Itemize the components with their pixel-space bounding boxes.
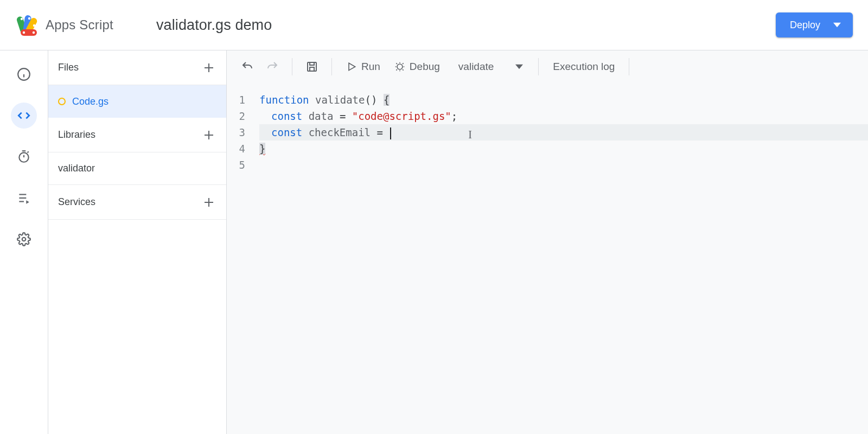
token-keyword: const [271,110,302,122]
file-item-code[interactable]: Code.gs [48,85,226,118]
sidebar: Files Code.gs Libraries validator Servic… [48,50,227,434]
debug-icon [394,61,405,72]
project-title[interactable]: validator.gs demo [156,17,272,34]
svg-point-4 [23,31,25,34]
gutter: 1 2 3 4 5 [227,92,259,434]
save-icon [305,60,318,73]
nav-settings-icon[interactable] [11,226,37,252]
token-brace: } [259,143,265,155]
code-line[interactable] [259,157,868,173]
nav-rail [0,50,48,434]
libraries-label: Libraries [58,129,95,141]
code-line[interactable]: function validate() { [259,92,868,108]
plus-icon [202,61,215,74]
product-name: Apps Script [46,17,113,33]
debug-button[interactable]: Debug [390,61,444,73]
library-name: validator [58,163,95,174]
token-keyword: function [259,94,309,106]
logo-area: Apps Script [15,13,156,37]
svg-rect-27 [310,67,314,71]
debug-label: Debug [410,61,440,73]
plus-icon [202,196,215,209]
header: Apps Script validator.gs demo Deploy [0,0,868,50]
files-section-header: Files [48,50,226,85]
save-button[interactable] [302,57,322,76]
undo-button[interactable] [238,57,257,76]
code-line[interactable]: } [259,141,868,157]
svg-point-29 [397,64,403,69]
token-punct: ; [451,110,457,122]
nav-overview-icon[interactable] [11,61,37,87]
editor-toolbar: Run Debug validate Execution log [227,50,868,83]
chevron-down-icon [833,21,841,29]
code-line-current[interactable]: const checkEmail = I [259,124,868,141]
code-lines[interactable]: function validate() { const data = "code… [259,92,868,434]
nav-triggers-icon[interactable] [11,144,37,170]
text-cursor [390,127,391,139]
toolbar-divider [538,58,539,75]
line-number: 3 [227,124,245,141]
run-label: Run [361,61,380,73]
token-punct: () [365,94,377,106]
chevron-down-icon [515,63,523,71]
execution-log-button[interactable]: Execution log [548,61,619,73]
deploy-button[interactable]: Deploy [776,12,853,37]
svg-point-5 [33,31,35,34]
svg-point-19 [22,238,26,241]
unsaved-indicator-icon [58,98,66,105]
library-item-validator[interactable]: validator [48,152,226,185]
services-label: Services [58,196,95,208]
line-number: 4 [227,141,245,157]
deploy-button-label: Deploy [790,20,820,31]
token-keyword: const [271,126,302,138]
file-name: Code.gs [72,96,108,107]
libraries-section-header: Libraries [48,118,226,152]
token-punct: = [340,110,346,122]
line-number: 1 [227,92,245,108]
run-button[interactable]: Run [342,61,385,73]
add-service-button[interactable] [201,195,216,210]
token-brace: { [384,94,390,106]
redo-button[interactable] [263,57,282,76]
content: Files Code.gs Libraries validator Servic… [0,50,868,434]
svg-marker-28 [349,63,355,70]
redo-icon [266,60,279,73]
play-icon [346,61,357,72]
execution-log-label: Execution log [553,61,615,73]
toolbar-divider [331,58,332,75]
editor-area: Run Debug validate Execution log 1 2 3 4 [227,50,868,434]
token-identifier: checkEmail [309,126,371,138]
svg-point-7 [28,17,30,20]
token-identifier: validate [315,94,365,106]
token-string: "code@script.gs" [352,110,451,122]
nav-executions-icon[interactable] [11,185,37,211]
code-editor[interactable]: 1 2 3 4 5 function validate() { const da… [227,83,868,434]
line-number: 5 [227,157,245,173]
function-select[interactable]: validate [450,61,529,73]
plus-icon [202,129,215,142]
apps-script-logo-icon [15,13,39,37]
undo-icon [241,60,254,73]
token-punct: = [377,126,383,138]
svg-point-6 [33,24,35,27]
selected-function: validate [458,61,494,73]
code-line[interactable]: const data = "code@script.gs"; [259,108,868,124]
token-identifier: data [309,110,334,122]
toolbar-divider [292,58,292,75]
line-number: 2 [227,108,245,124]
svg-point-8 [21,18,23,20]
files-label: Files [58,62,79,73]
add-file-button[interactable] [201,60,216,75]
services-section-header: Services [48,185,226,220]
add-library-button[interactable] [201,127,216,143]
svg-line-15 [28,151,29,152]
nav-editor-icon[interactable] [11,103,37,129]
toolbar-divider [629,58,629,75]
